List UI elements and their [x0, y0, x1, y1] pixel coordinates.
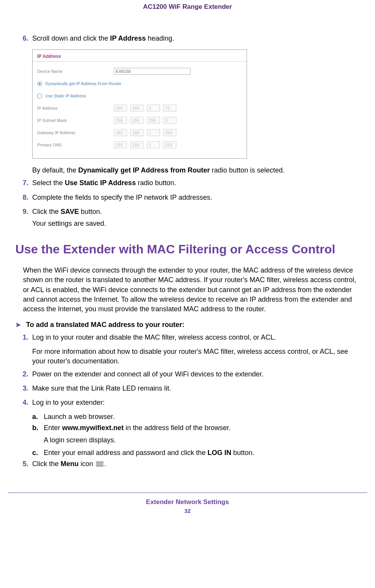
dot: .	[128, 130, 129, 135]
text: Complete the fields to specify the IP ne…	[32, 193, 360, 202]
step-number: 9.	[15, 207, 32, 231]
ip-address-row: IP Address . . .	[37, 104, 242, 112]
text: Launch a web browser.	[44, 412, 360, 422]
proc-step-5: 5. Click the Menu icon .	[15, 459, 360, 471]
text: Scroll down and click the	[32, 34, 110, 42]
dot: .	[161, 143, 162, 147]
octet-input[interactable]	[114, 117, 127, 124]
dot: .	[145, 118, 146, 123]
radio-dynamic-row[interactable]: Dynamically get IP Address From Router	[37, 79, 242, 88]
dot: .	[145, 106, 146, 110]
device-name-input[interactable]	[114, 68, 191, 75]
step-number: 2.	[15, 370, 32, 381]
text: Enter your email address and password an…	[44, 449, 207, 457]
step-number: 1.	[15, 333, 32, 345]
procedure-title: To add a translated MAC address to your …	[26, 321, 184, 329]
proc-substep-b-extra: A login screen displays.	[44, 435, 360, 445]
text: Make sure that the Link Rate LED remains…	[32, 384, 360, 393]
octet-input[interactable]	[147, 117, 160, 124]
text: button.	[79, 208, 102, 215]
proc-substep-a: a. Launch a web browser.	[32, 412, 360, 422]
proc-substep-b: b. Enter www.mywifiext.net in the addres…	[32, 423, 360, 433]
device-name-row: Device Name	[37, 67, 242, 76]
step-6-explain: By default, the Dynamically get IP Addre…	[32, 166, 360, 175]
device-name-label: Device Name	[37, 69, 114, 74]
octet-input[interactable]	[130, 129, 143, 136]
dot: .	[161, 106, 162, 110]
row-label: Gateway IP Address	[37, 130, 114, 135]
step-body: Scroll down and click the IP Address hea…	[32, 34, 360, 46]
octet-input[interactable]	[130, 117, 143, 124]
text: .	[104, 460, 106, 468]
text-bold: LOG IN	[207, 449, 231, 457]
menu-icon	[96, 462, 104, 467]
radio-label: Use Static IP Address	[45, 94, 86, 98]
text: Select the	[32, 179, 65, 187]
procedure-heading: ➤ To add a translated MAC address to you…	[15, 321, 360, 329]
gateway-row: Gateway IP Address . . .	[37, 128, 242, 137]
panel-title: IP Address	[33, 50, 247, 62]
text-bold: SAVE	[61, 208, 79, 215]
subnet-row: IP Subnet Mask . . .	[37, 116, 242, 125]
dot: .	[145, 130, 146, 135]
step-number: 8.	[15, 193, 32, 205]
text: Log in to your router and disable the MA…	[32, 333, 360, 342]
step-9: 9. Click the SAVE button. Your settings …	[15, 207, 360, 231]
proc-step-2: 2. Power on the extender and connect all…	[15, 370, 360, 381]
text: Power on the extender and connect all of…	[32, 370, 360, 379]
step-8: 8. Complete the fields to specify the IP…	[15, 193, 360, 205]
text-bold: www.mywifiext.net	[62, 424, 123, 432]
step-body: Log in to your extender:	[32, 398, 360, 410]
radio-static-row[interactable]: Use Static IP Address	[37, 92, 242, 100]
dot: .	[128, 106, 129, 110]
octet-input[interactable]	[114, 129, 127, 136]
radio-icon[interactable]	[37, 81, 42, 86]
proc-step-1-extra: For more information about how to disabl…	[32, 347, 360, 366]
text: heading.	[146, 34, 174, 42]
octet-input[interactable]	[147, 141, 160, 148]
text: Enter	[44, 424, 62, 432]
section-paragraph: When the WiFi device connects through th…	[23, 266, 360, 314]
step-body: Select the Use Static IP Address radio b…	[32, 178, 360, 190]
dot: .	[128, 143, 129, 147]
text: Click the	[32, 208, 61, 215]
arrow-icon: ➤	[15, 321, 26, 329]
step-body: Complete the fields to specify the IP ne…	[32, 193, 360, 205]
dns-row: Primary DNS . . .	[37, 141, 242, 149]
octet-input[interactable]	[163, 129, 176, 136]
radio-label: Dynamically get IP Address From Router	[45, 81, 121, 86]
octet-input[interactable]	[114, 105, 127, 112]
text: Your settings are saved.	[32, 219, 360, 228]
page-header: AC1200 WiF Range Extender	[15, 0, 360, 34]
step-7: 7. Select the Use Static IP Address radi…	[15, 178, 360, 190]
octet-input[interactable]	[130, 141, 143, 148]
octet-input[interactable]	[163, 117, 176, 124]
section-heading: Use the Extender with MAC Filtering or A…	[15, 242, 360, 256]
proc-substep-c: c. Enter your email address and password…	[32, 448, 360, 458]
radio-icon[interactable]	[37, 94, 42, 99]
sub-letter: b.	[32, 423, 44, 433]
ip-address-panel: IP Address Device Name Dynamically get I…	[32, 49, 247, 159]
step-number: 7.	[15, 178, 32, 190]
octet-input[interactable]	[114, 141, 127, 148]
octet-input[interactable]	[147, 105, 160, 112]
dot: .	[128, 118, 129, 123]
octet-input[interactable]	[147, 129, 160, 136]
text: radio button is selected.	[210, 166, 285, 174]
row-label: IP Subnet Mask	[37, 118, 114, 123]
row-label: IP Address	[37, 106, 114, 110]
step-body: Click the SAVE button. Your settings are…	[32, 207, 360, 231]
footer-divider	[8, 493, 367, 493]
text-bold: IP Address	[110, 34, 146, 42]
text: button.	[231, 449, 254, 457]
step-6: 6. Scroll down and click the IP Address …	[15, 34, 360, 46]
step-body: Make sure that the Link Rate LED remains…	[32, 384, 360, 396]
octet-input[interactable]	[130, 105, 143, 112]
text: icon	[79, 460, 95, 468]
octet-input[interactable]	[163, 141, 176, 148]
step-body: Power on the extender and connect all of…	[32, 370, 360, 381]
step-body: Click the Menu icon .	[32, 459, 360, 471]
text-bold: Menu	[61, 460, 79, 468]
step-number: 4.	[15, 398, 32, 410]
octet-input[interactable]	[163, 105, 176, 112]
